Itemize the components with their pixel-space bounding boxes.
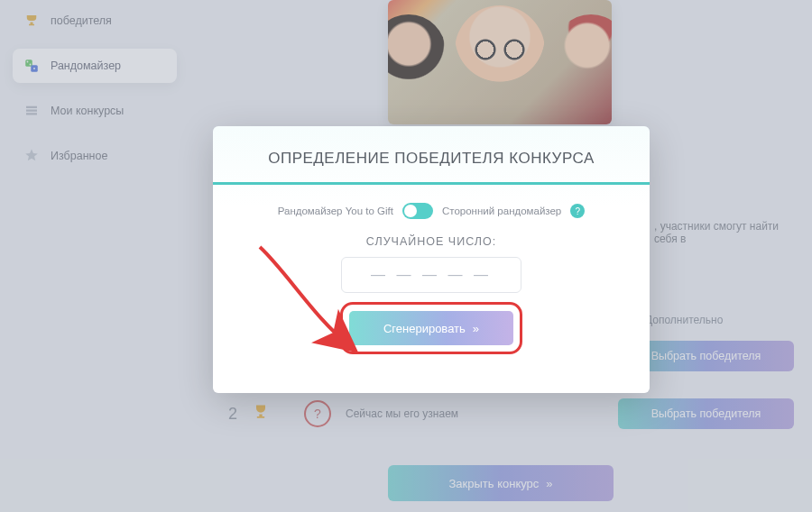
modal-divider: [213, 182, 650, 185]
random-number-label: СЛУЧАЙНОЕ ЧИСЛО:: [213, 235, 650, 248]
modal-title: ОПРЕДЕЛЕНИЕ ПОБЕДИТЕЛЯ КОНКУРСА: [213, 126, 650, 182]
random-number-field[interactable]: — — — — —: [341, 257, 521, 293]
help-icon[interactable]: ?: [570, 204, 585, 218]
randomizer-toggle[interactable]: [402, 203, 433, 219]
generate-button-highlight: Сгенерировать »: [346, 307, 517, 349]
generate-button[interactable]: Сгенерировать »: [349, 311, 513, 345]
generate-button-label: Сгенерировать: [383, 322, 466, 335]
option-external-label: Сторонний рандомайзер: [442, 206, 561, 216]
chevrons-icon: »: [473, 322, 479, 335]
option-youtogift-label: Рандомайзер You to Gift: [278, 206, 393, 216]
winner-modal: ОПРЕДЕЛЕНИЕ ПОБЕДИТЕЛЯ КОНКУРСА Рандомай…: [213, 126, 650, 393]
randomizer-toggle-row: Рандомайзер You to Gift Сторонний рандом…: [213, 203, 650, 219]
